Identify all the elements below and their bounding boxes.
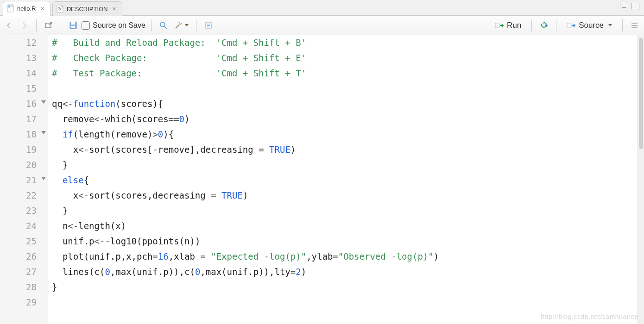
code-line[interactable] — [52, 81, 644, 96]
code-line[interactable]: if(length(remove)>0){ — [52, 127, 644, 142]
minimize-button[interactable] — [620, 3, 628, 9]
run-label: Run — [507, 21, 521, 30]
close-icon[interactable]: × — [40, 5, 44, 12]
code-line[interactable]: # Build and Reload Package: 'Cmd + Shift… — [52, 35, 644, 50]
line-number: 16 — [0, 96, 37, 112]
back-button[interactable] — [3, 19, 16, 31]
code-line[interactable]: remove<-which(scores==0) — [52, 112, 644, 127]
line-number: 19 — [0, 142, 37, 157]
code-line[interactable]: else{ — [52, 173, 644, 188]
forward-button[interactable] — [18, 19, 31, 31]
code-line[interactable]: n<-length(x) — [52, 218, 644, 234]
code-area[interactable]: # Build and Reload Package: 'Cmd + Shift… — [48, 35, 644, 324]
svg-rect-12 — [495, 23, 499, 28]
tab-description[interactable]: DESCRIPTION × — [52, 1, 122, 16]
source-button[interactable]: Source — [562, 19, 617, 32]
svg-point-10 — [160, 22, 165, 27]
code-editor[interactable]: 121314151617181920212223242526272829 # B… — [0, 35, 644, 324]
tab-bar: R hello.R × DESCRIPTION × — [0, 0, 644, 16]
chevron-down-icon — [608, 24, 612, 26]
line-number: 15 — [0, 81, 37, 96]
checkbox-icon — [82, 21, 90, 30]
line-number: 29 — [0, 295, 37, 310]
source-on-save-checkbox[interactable]: Source on Save — [82, 21, 145, 30]
fold-icon[interactable] — [41, 131, 46, 134]
r-file-icon: R — [7, 4, 14, 12]
line-number: 18 — [0, 127, 37, 142]
svg-rect-8 — [71, 22, 75, 25]
maximize-button[interactable] — [631, 3, 639, 9]
code-line[interactable]: # Test Package: 'Cmd + Shift + T' — [52, 66, 644, 81]
line-number: 17 — [0, 112, 37, 127]
code-line[interactable]: # Check Package: 'Cmd + Shift + E' — [52, 50, 644, 66]
fold-icon[interactable] — [41, 100, 46, 104]
separator — [151, 19, 152, 31]
line-number: 28 — [0, 280, 37, 295]
svg-text:R: R — [9, 6, 10, 8]
code-line[interactable]: unif.p<--log10(ppoints(n)) — [52, 234, 644, 249]
line-number: 14 — [0, 66, 37, 81]
svg-point-5 — [59, 8, 60, 9]
line-number: 23 — [0, 203, 37, 218]
separator — [622, 19, 623, 31]
separator — [196, 19, 196, 31]
code-tools-button[interactable] — [172, 19, 190, 31]
code-line[interactable]: } — [52, 203, 644, 218]
code-line[interactable]: lines(c(0,max(unif.p)),c(0,max(unif.p)),… — [52, 264, 644, 280]
fold-icon[interactable] — [41, 177, 46, 180]
scrollbar-thumb[interactable] — [639, 38, 643, 149]
rerun-button[interactable] — [537, 19, 550, 31]
watermark: http://blog.csdn.net/samhuairen — [541, 313, 638, 320]
source-label: Source — [579, 21, 604, 30]
window-buttons — [620, 3, 639, 9]
find-button[interactable] — [157, 19, 170, 31]
code-line[interactable]: x<-sort(scores[-remove],decreasing = TRU… — [52, 142, 644, 157]
svg-rect-9 — [71, 26, 75, 28]
tab-label: DESCRIPTION — [67, 6, 108, 12]
run-button[interactable]: Run — [490, 19, 526, 32]
code-line[interactable]: plot(unif.p,x,pch=16,xlab = "Expected -l… — [52, 249, 644, 264]
line-number: 12 — [0, 35, 37, 50]
separator — [531, 19, 532, 31]
editor-toolbar: Source on Save Run Source — [0, 16, 644, 35]
line-number: 26 — [0, 249, 37, 264]
compile-report-button[interactable] — [202, 19, 215, 31]
line-number: 22 — [0, 188, 37, 203]
close-icon[interactable]: × — [113, 5, 116, 12]
vertical-scrollbar[interactable] — [638, 35, 644, 324]
save-button[interactable] — [67, 19, 80, 31]
line-number-gutter: 121314151617181920212223242526272829 — [0, 35, 48, 324]
outline-button[interactable] — [628, 19, 641, 31]
line-number: 20 — [0, 157, 37, 173]
checkbox-label: Source on Save — [93, 21, 145, 30]
code-line[interactable]: qq<-function(scores){ — [52, 96, 644, 112]
separator — [61, 19, 61, 31]
svg-rect-13 — [567, 23, 571, 28]
separator — [36, 19, 37, 31]
code-line[interactable]: } — [52, 157, 644, 173]
gear-file-icon — [57, 5, 64, 13]
tab-label: hello.R — [17, 5, 36, 12]
separator — [556, 19, 556, 31]
line-number: 25 — [0, 234, 37, 249]
line-number: 27 — [0, 264, 37, 280]
code-line[interactable]: } — [52, 280, 644, 295]
line-number: 13 — [0, 50, 37, 66]
show-in-new-window-button[interactable] — [42, 19, 55, 31]
line-number: 24 — [0, 218, 37, 234]
code-line[interactable]: x<-sort(scores,decreasing = TRUE) — [52, 188, 644, 203]
code-line[interactable] — [52, 295, 644, 310]
chevron-down-icon — [185, 24, 189, 26]
tab-hello-r[interactable]: R hello.R × — [3, 1, 51, 16]
line-number: 21 — [0, 173, 37, 188]
